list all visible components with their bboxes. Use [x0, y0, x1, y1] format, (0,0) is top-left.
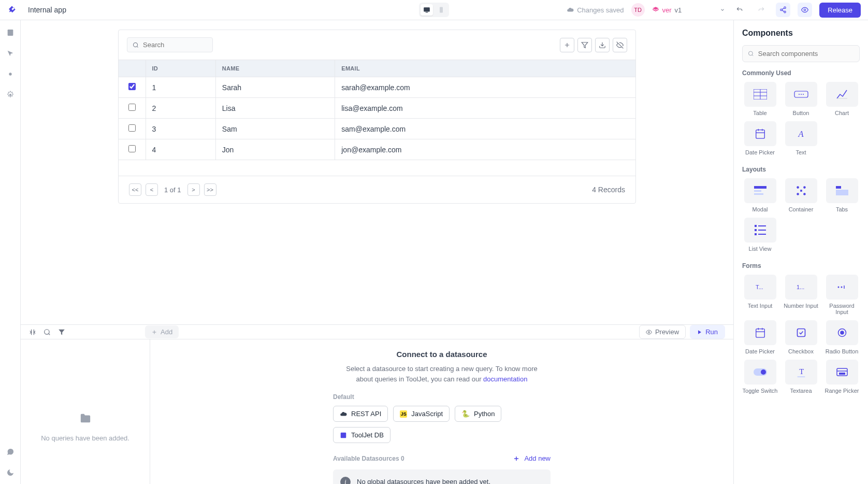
preview-app-button[interactable] — [798, 3, 812, 17]
share-button[interactable] — [776, 3, 790, 17]
svg-point-6 — [804, 9, 806, 11]
version-label: ver — [662, 6, 672, 14]
save-status-text: Changes saved — [577, 6, 624, 14]
user-avatar[interactable]: TD — [631, 3, 645, 17]
svg-point-3 — [784, 7, 786, 8]
mobile-toggle[interactable] — [435, 4, 447, 16]
chevron-down-icon — [720, 7, 725, 12]
undo-button[interactable] — [732, 3, 747, 17]
redo-icon — [758, 6, 765, 13]
undo-icon — [736, 6, 743, 13]
top-header: Internal app Changes saved TD ver v1 — [0, 0, 868, 20]
version-selector[interactable]: ver v1 — [652, 6, 726, 14]
mobile-icon — [439, 7, 443, 13]
header-right: Changes saved TD ver v1 Release — [567, 3, 861, 18]
svg-rect-0 — [424, 7, 430, 11]
cloud-icon — [567, 6, 574, 13]
device-toggle — [419, 3, 449, 17]
svg-rect-1 — [426, 12, 428, 12]
desktop-toggle[interactable] — [421, 4, 433, 16]
svg-point-5 — [784, 11, 786, 13]
desktop-icon — [423, 7, 430, 13]
logo-icon[interactable] — [7, 5, 17, 15]
layers-icon — [652, 6, 659, 13]
release-button[interactable]: Release — [819, 3, 861, 18]
share-icon — [779, 6, 787, 13]
version-value: v1 — [675, 6, 682, 14]
svg-point-4 — [780, 9, 783, 11]
svg-rect-2 — [440, 7, 443, 13]
redo-button[interactable] — [754, 3, 769, 17]
eye-icon — [801, 6, 808, 13]
save-status: Changes saved — [567, 6, 624, 14]
app-name[interactable]: Internal app — [28, 6, 66, 14]
